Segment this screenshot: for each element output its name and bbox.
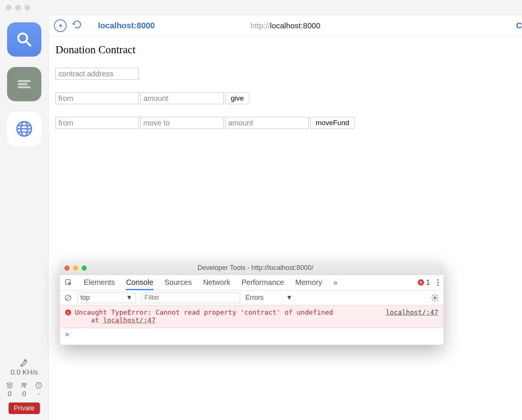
url-scheme: http:// [251, 21, 270, 30]
svg-point-17 [434, 297, 436, 299]
tab-memory[interactable]: Memory [295, 275, 322, 290]
inspect-icon[interactable] [64, 279, 73, 287]
error-count-value: 1 [426, 278, 430, 287]
movefund-button[interactable]: moveFund [310, 117, 355, 129]
clear-console-icon[interactable] [64, 294, 72, 302]
devtools-close-button[interactable] [64, 265, 70, 271]
error-badge-icon: ✕ [418, 279, 424, 286]
console-error-row[interactable]: ✕ Uncaught TypeError: Cannot read proper… [60, 305, 443, 328]
log-level-value: Errors [245, 294, 264, 302]
people-count: 0 [22, 390, 26, 398]
tab-sources[interactable]: Sources [165, 275, 192, 290]
svg-rect-11 [66, 279, 70, 284]
kebab-menu-icon[interactable] [437, 279, 439, 286]
error-count[interactable]: ✕ 1 [418, 278, 430, 287]
console-filterbar: top ▼ Errors ▼ [60, 290, 443, 305]
tab-more[interactable]: » [333, 275, 337, 290]
chevron-down-icon: ▼ [286, 294, 293, 302]
log-level-selector[interactable]: Errors ▼ [245, 294, 293, 302]
sidebar-search-button[interactable] [7, 22, 41, 57]
svg-point-14 [437, 284, 439, 286]
hammer-icon [19, 358, 29, 368]
refresh-button[interactable] [72, 19, 82, 32]
give-row: give [55, 92, 515, 104]
svg-point-0 [18, 34, 27, 42]
list-icon [15, 75, 34, 93]
give-amount-input[interactable] [140, 92, 224, 104]
gear-icon[interactable] [431, 294, 439, 302]
sidebar-web-button[interactable] [7, 112, 41, 146]
error-icon: ✕ [65, 309, 71, 315]
url-host: localhost:8000 [270, 21, 320, 30]
tab-elements[interactable]: Elements [84, 275, 115, 290]
stack-icon [6, 382, 14, 389]
svg-point-8 [22, 383, 24, 385]
console-filter-input[interactable] [141, 293, 240, 303]
devtools-title: Developer Tools - http://localhost:8000/ [72, 264, 439, 272]
move-to-input[interactable] [140, 117, 224, 129]
browser-toolbar: localhost:8000 http://localhost:8000 C [49, 15, 522, 36]
traffic-light-minimize[interactable] [15, 5, 21, 10]
context-value: top [80, 294, 90, 302]
chevron-down-icon: ▼ [126, 294, 133, 302]
move-row: moveFund [55, 117, 515, 129]
move-amount-input[interactable] [225, 117, 309, 129]
app-sidebar: 0.0 KH/s 0 0 - Pr [0, 15, 48, 420]
console-error-source-link[interactable]: localhost/:47 [386, 308, 438, 316]
tab-label[interactable]: localhost:8000 [98, 21, 155, 31]
sidebar-list-button[interactable] [7, 67, 41, 101]
svg-line-16 [66, 296, 70, 300]
console-error-message: Uncaught TypeError: Cannot read property… [75, 308, 375, 324]
back-button[interactable] [54, 19, 67, 32]
contract-address-input[interactable] [55, 68, 139, 80]
search-icon [15, 31, 33, 48]
svg-line-1 [26, 42, 31, 46]
url-display[interactable]: http://localhost:8000 [251, 21, 321, 30]
page-title: Donation Contract [55, 44, 515, 56]
give-button[interactable]: give [225, 92, 249, 104]
stack-count: 0 [8, 390, 12, 398]
tab-network[interactable]: Network [203, 275, 230, 290]
give-from-input[interactable] [55, 92, 139, 104]
svg-point-9 [25, 383, 26, 385]
tab-performance[interactable]: Performance [242, 275, 284, 290]
devtools-tabs: Elements Console Sources Network Perform… [60, 275, 443, 290]
context-selector[interactable]: top ▼ [77, 293, 136, 303]
browser-viewport: localhost:8000 http://localhost:8000 C D… [48, 15, 522, 420]
move-from-input[interactable] [55, 117, 139, 129]
url-suffix-hint: C [516, 21, 522, 31]
arrow-left-icon [57, 22, 64, 29]
clock-icon [35, 382, 43, 389]
console-prompt[interactable]: > [60, 328, 443, 340]
console-output: ✕ Uncaught TypeError: Cannot read proper… [60, 305, 443, 340]
refresh-icon [72, 19, 82, 30]
hashrate-value: 0.0 KH/s [11, 368, 38, 376]
page-content: Donation Contract give moveFund [49, 36, 522, 149]
devtools-titlebar[interactable]: Developer Tools - http://localhost:8000/ [60, 261, 443, 275]
traffic-light-zoom[interactable] [25, 5, 30, 10]
private-badge[interactable]: Private [9, 402, 40, 414]
sidebar-status: 0.0 KH/s 0 0 - Pr [0, 358, 48, 414]
people-icon [20, 382, 29, 389]
app-titlebar [0, 0, 522, 15]
svg-point-13 [437, 282, 439, 283]
traffic-light-close[interactable] [6, 5, 12, 10]
devtools-window: Developer Tools - http://localhost:8000/… [60, 261, 443, 345]
tab-console[interactable]: Console [126, 275, 153, 290]
globe-icon [15, 119, 34, 139]
console-stack-link[interactable]: localhost/:47 [103, 316, 156, 324]
svg-point-12 [437, 279, 439, 281]
clock-value: - [38, 390, 40, 398]
contract-row [55, 68, 515, 80]
